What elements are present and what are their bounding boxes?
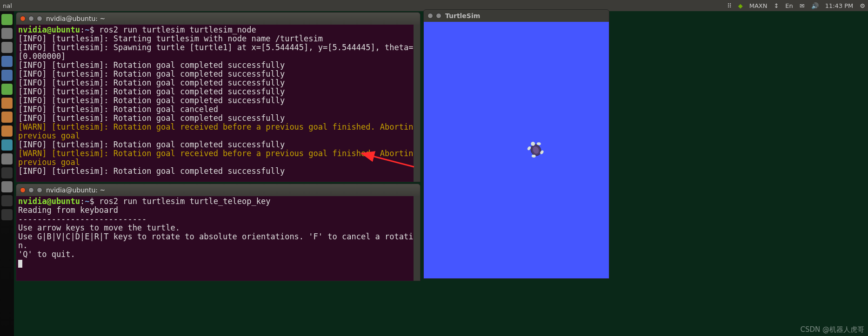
menubar-mail-icon[interactable]: ✉ — [800, 2, 805, 9]
menubar-clock[interactable]: 11:43 PM — [825, 2, 854, 9]
minimize-icon[interactable] — [28, 16, 34, 21]
menubar-indicator-grid[interactable]: ⠿ — [727, 2, 732, 9]
titlebar[interactable]: nvidia@ubuntu: ~ — [16, 184, 420, 196]
maximize-icon[interactable] — [37, 16, 42, 21]
launcher-item[interactable] — [1, 98, 13, 109]
watermark: CSDN @机器人虎哥 — [800, 325, 864, 334]
launcher-item[interactable] — [1, 181, 13, 192]
launcher-item[interactable] — [1, 167, 13, 178]
launcher-item[interactable] — [1, 84, 13, 95]
terminal-output[interactable]: nvidia@ubuntu:~$ ros2 run turtlesim turt… — [16, 25, 420, 177]
terminal-output[interactable]: nvidia@ubuntu:~$ ros2 run turtlesim turt… — [16, 196, 420, 269]
menubar-lang[interactable]: En — [785, 2, 793, 9]
turtle-icon — [526, 140, 546, 160]
turtlesim-window[interactable]: TurtleSim — [423, 9, 609, 279]
window-title: nvidia@ubuntu: ~ — [46, 186, 105, 194]
titlebar[interactable]: TurtleSim — [424, 10, 609, 22]
close-icon[interactable] — [20, 187, 26, 193]
launcher-item[interactable] — [1, 153, 13, 165]
launcher-item[interactable] — [1, 28, 13, 39]
menubar-nvidia-icon[interactable]: ◆ — [738, 2, 743, 9]
close-icon[interactable] — [427, 13, 433, 19]
launcher-item[interactable] — [1, 125, 13, 137]
launcher-item[interactable] — [1, 195, 13, 206]
launcher-item[interactable] — [1, 112, 13, 123]
close-icon[interactable] — [20, 16, 26, 21]
terminal-window-top[interactable]: nvidia@ubuntu: ~ nvidia@ubuntu:~$ ros2 r… — [16, 12, 421, 182]
window-title: nvidia@ubuntu: ~ — [46, 15, 105, 22]
turtlesim-canvas[interactable] — [424, 22, 609, 278]
titlebar[interactable]: nvidia@ubuntu: ~ — [16, 13, 420, 25]
scrollbar[interactable] — [414, 196, 420, 281]
launcher[interactable] — [0, 11, 14, 336]
maximize-icon[interactable] — [37, 187, 42, 193]
menubar-app-title: nal — [3, 2, 12, 9]
launcher-item[interactable] — [1, 14, 13, 25]
menubar-volume-icon[interactable]: 🔊 — [811, 2, 819, 9]
minimize-icon[interactable] — [436, 13, 441, 19]
launcher-item[interactable] — [1, 56, 13, 67]
scrollbar[interactable] — [414, 25, 420, 182]
terminal-window-bottom[interactable]: nvidia@ubuntu: ~ nvidia@ubuntu:~$ ros2 r… — [16, 184, 421, 281]
launcher-item[interactable] — [1, 209, 13, 220]
launcher-item[interactable] — [1, 139, 13, 151]
menubar-maxn-label: MAXN — [749, 2, 768, 9]
window-title: TurtleSim — [445, 12, 480, 20]
launcher-item[interactable] — [1, 70, 13, 81]
launcher-item[interactable] — [1, 42, 13, 53]
menubar-sync-icon[interactable]: ↕ — [774, 2, 779, 9]
menubar-gear-icon[interactable]: ⚙ — [860, 2, 865, 9]
minimize-icon[interactable] — [28, 187, 34, 193]
